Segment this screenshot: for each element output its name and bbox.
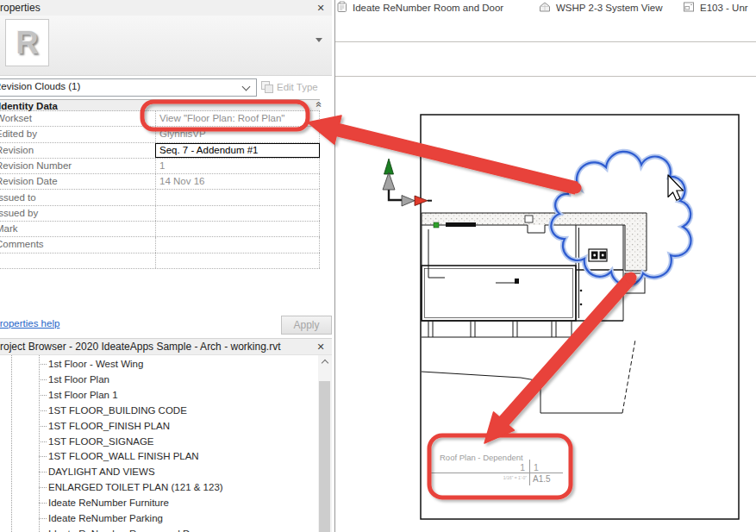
type-selector[interactable]: Revision Clouds (1) [0, 78, 257, 97]
mark-value[interactable] [155, 222, 320, 236]
tree-item[interactable]: 1st Floor Plan [0, 372, 317, 387]
properties-help-link[interactable]: Properties help [0, 318, 59, 329]
close-icon[interactable]: ✕ [314, 340, 328, 354]
property-value [155, 253, 320, 268]
revision-date-value[interactable]: 14 Nov 16 [155, 174, 320, 189]
property-label [0, 253, 155, 268]
property-row: Comments [0, 237, 320, 253]
tab-wshp-system-view[interactable]: WSHP 2-3 System View [539, 0, 663, 16]
workset-value[interactable]: View "Floor Plan: Roof Plan" [155, 111, 320, 126]
tree-item[interactable]: 1ST FLOOR_FINISH PLAN [0, 418, 317, 434]
property-row: Revision Seq. 7 - Addendum #1 [0, 143, 320, 159]
tree-item[interactable]: ENLARGED TOILET PLAN (121 & 123) [0, 479, 317, 495]
ribbon-divider-line [335, 41, 756, 42]
properties-title: Properties [0, 2, 41, 14]
tree-item[interactable]: 1st Floor Plan 1 [0, 387, 317, 403]
revision-value[interactable]: Seq. 7 - Addendum #1 [155, 143, 320, 158]
tab-ideate-renumber[interactable]: Ideate ReNumber Room and Door [336, 0, 503, 16]
tree-item[interactable]: 1ST FLOOR_BUILDING CODE [0, 403, 317, 418]
issued-by-value[interactable] [155, 206, 320, 221]
property-row: Mark [0, 222, 320, 237]
tab-sheet-e103[interactable]: E103 - Unr [683, 0, 748, 16]
property-row: Edited by GlynnisVP [0, 127, 320, 142]
type-preview: R [0, 16, 332, 76]
tree-item[interactable]: DAYLIGHT AND VIEWS [0, 464, 317, 479]
property-label: Mark [0, 222, 155, 236]
revit-logo: R [16, 25, 39, 60]
comments-value[interactable] [155, 237, 320, 252]
project-browser-title: Project Browser - 2020 IdeateApps Sample… [0, 341, 280, 353]
properties-palette: Properties ✕ R Revision Clouds (1) Edit … [0, 0, 332, 336]
chevron-down-icon[interactable] [242, 83, 251, 91]
edit-type-icon [261, 81, 273, 92]
project-browser-titlebar[interactable]: Project Browser - 2020 IdeateApps Sample… [0, 338, 332, 355]
tree-item[interactable]: 1st Floor - West Wing [0, 356, 317, 372]
property-row: Revision Date 14 Nov 16 [0, 174, 320, 190]
empty-property-row [0, 253, 320, 269]
chevron-down-icon[interactable] [316, 38, 322, 42]
scrollbar-thumb[interactable] [319, 381, 330, 532]
property-label: Workset [0, 111, 155, 126]
project-browser: Project Browser - 2020 IdeateApps Sample… [0, 338, 332, 532]
issued-to-value[interactable] [155, 191, 320, 205]
property-row: Issued by [0, 206, 320, 222]
property-label: Revision Date [0, 174, 155, 189]
tree-item[interactable]: 1ST FLOOR_WALL FINISH PLAN [0, 448, 317, 464]
ribbon-divider-line [335, 76, 756, 77]
property-label: Issued to [0, 191, 155, 205]
view-tree: 1st Floor - West Wing 1st Floor Plan 1st… [0, 355, 317, 532]
edit-type-label: Edit Type [277, 82, 318, 92]
drawing-area[interactable]: Ideate ReNumber Room and Door WSHP 2-3 S… [334, 0, 756, 532]
house-3d-icon [539, 1, 551, 13]
view-tab-bar: Ideate ReNumber Room and Door WSHP 2-3 S… [335, 0, 756, 16]
identity-data-header[interactable]: Identity Data [0, 99, 320, 111]
property-label: Edited by [0, 127, 155, 141]
sheet-icon [683, 1, 695, 13]
edit-type-button[interactable]: Edit Type [261, 78, 330, 97]
renumber-view-icon [336, 1, 347, 13]
properties-titlebar[interactable]: Properties ✕ [0, 0, 332, 16]
revision-number-value[interactable]: 1 [155, 159, 320, 173]
collapse-group-icon[interactable]: « [314, 102, 324, 108]
type-selector-value: Revision Clouds (1) [0, 81, 80, 91]
identity-data-label: Identity Data [0, 100, 58, 112]
tree-item[interactable]: Ideate ReNumber Furniture [0, 495, 317, 510]
property-row: Workset View "Floor Plan: Roof Plan" [0, 111, 320, 127]
apply-button[interactable]: Apply [281, 316, 332, 335]
close-icon[interactable]: ✕ [314, 1, 328, 15]
tree-item[interactable]: 1ST FLOOR_SIGNAGE [0, 434, 317, 449]
scroll-up-icon[interactable] [318, 355, 332, 368]
property-label: Comments [0, 237, 155, 252]
property-row: Revision Number 1 [0, 159, 320, 174]
tree-item[interactable]: Ideate ReNumber Parking [0, 510, 317, 526]
property-label: Revision [0, 143, 155, 158]
property-label: Issued by [0, 206, 155, 221]
edited-by-value[interactable]: GlynnisVP [155, 127, 320, 141]
property-row: Issued to [0, 191, 320, 206]
property-label: Revision Number [0, 159, 155, 173]
revit-window: Properties ✕ R Revision Clouds (1) Edit … [0, 0, 756, 532]
scrollbar[interactable] [318, 355, 332, 532]
tree-item[interactable]: Ideate ReNumber Rooms and Doors [0, 526, 317, 532]
revit-family-thumbnail: R [5, 19, 49, 66]
